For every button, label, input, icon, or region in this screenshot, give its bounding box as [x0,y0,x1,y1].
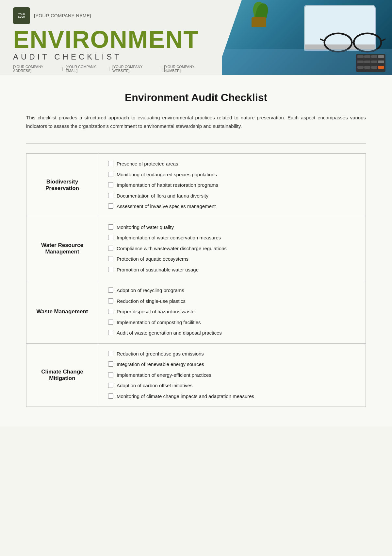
company-name-header: [YOUR COMPANY NAME] [34,13,91,18]
checklist-item-label: Compliance with wastewater discharge reg… [117,245,227,252]
checklist-item-label: Protection of aquatic ecosystems [117,255,188,263]
checklist-item-label: Adoption of carbon offset initiatives [117,382,192,390]
list-item: Assessment of invasive species managemen… [108,203,356,210]
checklist-item-label: Monitoring of climate change impacts and… [117,393,254,400]
checkbox-icon[interactable] [108,193,113,198]
logo-top-text: YOUR [18,13,25,16]
header: YOUR LOGO [YOUR COMPANY NAME] ENVIRONMEN… [0,0,392,75]
list-item: Monitoring of endangered species populat… [108,171,356,179]
list-item: Implementation of habitat restoration pr… [108,182,356,189]
header-photo [216,0,392,75]
header-title-main: ENVIRONMENT [13,27,209,52]
list-item: Audit of waste generation and disposal p… [108,329,356,337]
checkbox-icon[interactable] [108,267,113,272]
items-cell-2: Adoption of recycling programsReduction … [98,280,366,344]
checklist-item-label: Monitoring of endangered species populat… [117,171,217,179]
contact-email: [YOUR COMPANY EMAIL] [66,65,106,73]
checklist-item-label: Audit of waste generation and disposal p… [117,329,222,337]
checklist-item-label: Implementation of energy-efficient pract… [117,372,211,379]
checkbox-icon[interactable] [108,298,113,304]
table-row: Waste ManagementAdoption of recycling pr… [26,280,366,344]
document-title: Environment Audit Checklist [26,92,366,104]
list-item: Protection of aquatic ecosystems [108,255,356,263]
list-item: Promotion of sustainable water usage [108,266,356,274]
header-title-sub: AUDIT CHECKLIST [13,52,209,61]
checkbox-icon[interactable] [108,330,113,335]
header-top-row: YOUR LOGO [YOUR COMPANY NAME] [13,7,209,24]
checklist-item-label: Promotion of sustainable water usage [117,266,199,274]
items-cell-0: Presence of protected areasMonitoring of… [98,154,366,217]
table-row: Water ResourceManagementMonitoring of wa… [26,217,366,280]
category-cell-2: Waste Management [26,280,98,344]
main-content: Environment Audit Checklist This checkli… [0,75,392,426]
logo-box: YOUR LOGO [13,7,30,24]
checkbox-icon[interactable] [108,235,113,240]
page: YOUR LOGO [YOUR COMPANY NAME] ENVIRONMEN… [0,0,392,426]
list-item: Compliance with wastewater discharge reg… [108,245,356,252]
header-contact: [YOUR COMPANY ADDRESS] | [YOUR COMPANY E… [13,65,209,73]
category-cell-3: Climate ChangeMitigation [26,343,98,407]
checklist-item-label: Reduction of greenhouse gas emissions [117,350,204,358]
category-cell-1: Water ResourceManagement [26,217,98,280]
checkbox-icon[interactable] [108,287,113,293]
list-item: Implementation of energy-efficient pract… [108,372,356,379]
items-cell-1: Monitoring of water qualityImplementatio… [98,217,366,280]
checklist-item-label: Implementation of habitat restoration pr… [117,182,218,189]
logo-bottom-text: LOGO [18,16,25,18]
checklist-item-label: Documentation of flora and fauna diversi… [117,192,208,200]
contact-website: [YOUR COMPANY WEBSITE] [112,65,158,73]
list-item: Monitoring of water quality [108,224,356,231]
checkbox-icon[interactable] [108,161,113,166]
intro-paragraph: This checklist provides a structured app… [26,113,366,130]
list-item: Integration of renewable energy sources [108,361,356,368]
checklist-item-label: Adoption of recycling programs [117,287,184,294]
checkbox-icon[interactable] [108,256,113,261]
svg-line-3 [320,38,324,41]
checklist-item-label: Reduction of single-use plastics [117,298,186,305]
list-item: Monitoring of climate change impacts and… [108,393,356,400]
category-cell-0: BiodiversityPreservation [26,154,98,217]
list-item: Implementation of composting facilities [108,319,356,326]
table-row: Climate ChangeMitigationReduction of gre… [26,343,366,407]
header-right [216,0,392,75]
header-left: YOUR LOGO [YOUR COMPANY NAME] ENVIRONMEN… [0,0,222,75]
list-item: Reduction of greenhouse gas emissions [108,350,356,358]
list-item: Presence of protected areas [108,160,356,168]
items-cell-3: Reduction of greenhouse gas emissionsInt… [98,343,366,407]
svg-line-4 [381,38,385,41]
checklist-item-label: Proper disposal of hazardous waste [117,308,194,316]
checklist-item-label: Integration of renewable energy sources [117,361,204,368]
list-item: Documentation of flora and fauna diversi… [108,192,356,200]
checkbox-icon[interactable] [108,203,113,209]
checkbox-icon[interactable] [108,246,113,251]
checklist-item-label: Implementation of composting facilities [117,319,201,326]
contact-number: [YOUR COMPANY NUMBER] [164,65,209,73]
list-item: Adoption of recycling programs [108,287,356,294]
checkbox-icon[interactable] [108,361,113,367]
checkbox-icon[interactable] [108,351,113,356]
checkbox-icon[interactable] [108,393,113,399]
table-row: BiodiversityPreservationPresence of prot… [26,154,366,217]
checkbox-icon[interactable] [108,372,113,377]
checklist-table: BiodiversityPreservationPresence of prot… [26,153,366,407]
list-item: Adoption of carbon offset initiatives [108,382,356,390]
list-item: Implementation of water conservation mea… [108,234,356,242]
contact-address: [YOUR COMPANY ADDRESS] [13,65,59,73]
checklist-item-label: Implementation of water conservation mea… [117,234,221,242]
checklist-item-label: Assessment of invasive species managemen… [117,203,216,210]
section-divider [26,143,366,144]
checkbox-icon[interactable] [108,224,113,230]
checkbox-icon[interactable] [108,383,113,388]
checkbox-icon[interactable] [108,309,113,314]
calculator-decoration [356,54,385,72]
list-item: Reduction of single-use plastics [108,298,356,305]
checkbox-icon[interactable] [108,182,113,187]
checklist-item-label: Monitoring of water quality [117,224,174,231]
checklist-item-label: Presence of protected areas [117,160,178,168]
list-item: Proper disposal of hazardous waste [108,308,356,316]
checkbox-icon[interactable] [108,320,113,325]
checkbox-icon[interactable] [108,172,113,177]
